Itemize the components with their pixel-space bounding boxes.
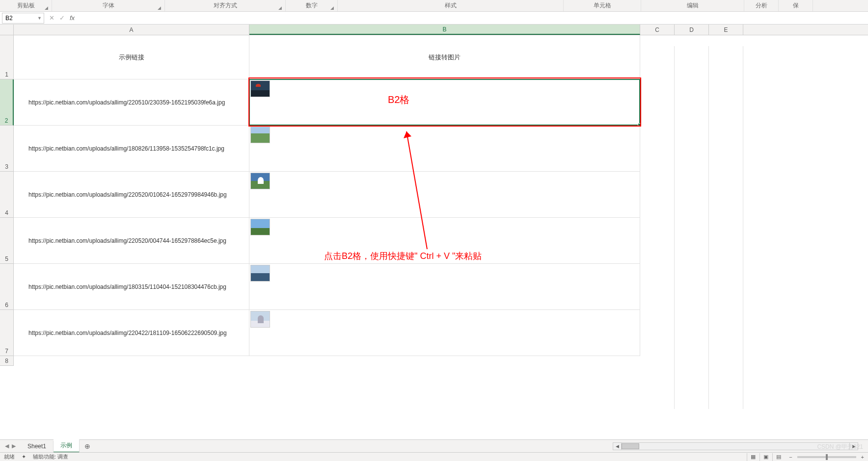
accessibility-icon[interactable]: ✦ <box>22 454 26 460</box>
view-normal-icon[interactable]: ▦ <box>747 453 759 461</box>
ribbon-group-cells[interactable]: 单元格 <box>564 0 641 11</box>
formula-input[interactable] <box>79 13 868 24</box>
row-header-4[interactable]: 4 <box>0 172 14 218</box>
name-box[interactable]: B2 ▼ <box>2 13 44 24</box>
cell-A5[interactable]: https://pic.netbian.com/uploads/allimg/2… <box>14 218 249 264</box>
scroll-left-icon[interactable]: ◀ <box>613 442 622 450</box>
tab-nav: ◀ ▶ <box>0 443 21 449</box>
status-accessibility: 辅助功能: 调查 <box>33 453 68 461</box>
ribbon-group-styles[interactable]: 样式 <box>338 0 564 11</box>
formula-bar: B2 ▼ ✕ ✓ fx <box>0 12 868 25</box>
sheet-tabs: ◀ ▶ Sheet1 示例 ⊕ ◀ ▶ <box>0 439 868 452</box>
cell-B7[interactable] <box>249 310 640 356</box>
cell-B4[interactable] <box>249 172 640 218</box>
image-thumbnail[interactable] <box>250 311 270 328</box>
col-header-B[interactable]: B <box>249 25 640 35</box>
ribbon-group-font[interactable]: 字体◢ <box>52 0 165 11</box>
ribbon-group-analysis[interactable]: 分析 <box>744 0 779 11</box>
image-thumbnail[interactable] <box>250 80 270 97</box>
tab-next-icon[interactable]: ▶ <box>12 443 16 449</box>
image-thumbnail[interactable] <box>250 219 270 235</box>
annotation-label: B2格 <box>388 93 409 106</box>
cancel-icon[interactable]: ✕ <box>49 14 54 22</box>
ribbon-group-labels: 剪贴板◢ 字体◢ 对齐方式◢ 数字◢ 样式 单元格 编辑 分析 保 <box>0 0 868 12</box>
add-sheet-button[interactable]: ⊕ <box>80 440 95 452</box>
column-headers: A B C D E <box>0 25 868 35</box>
cell-A3[interactable]: https://pic.netbian.com/uploads/allimg/1… <box>14 126 249 172</box>
annotation-instruction: 点击B2格，使用快捷键" Ctrl + V "来粘贴 <box>324 250 482 262</box>
image-thumbnail[interactable] <box>250 265 270 282</box>
chevron-down-icon[interactable]: ▼ <box>37 16 42 21</box>
dialog-launcher-icon[interactable]: ◢ <box>158 5 163 10</box>
ribbon-group-editing[interactable]: 编辑 <box>641 0 744 11</box>
scroll-thumb[interactable] <box>622 443 639 449</box>
col-header-A[interactable]: A <box>14 25 249 35</box>
row-header-2[interactable]: 2 <box>0 79 14 126</box>
tab-prev-icon[interactable]: ◀ <box>5 443 9 449</box>
ribbon-group-alignment[interactable]: 对齐方式◢ <box>165 0 286 11</box>
name-box-value: B2 <box>5 15 13 22</box>
zoom-slider[interactable] <box>797 456 856 458</box>
ribbon-group-save[interactable]: 保 <box>779 0 813 11</box>
cell-A1[interactable]: 示例链接 <box>14 35 249 79</box>
row-header-3[interactable]: 3 <box>0 126 14 172</box>
row-header-7[interactable]: 7 <box>0 310 14 356</box>
cell-B6[interactable] <box>249 264 640 310</box>
dialog-launcher-icon[interactable]: ◢ <box>278 5 283 10</box>
spreadsheet-grid[interactable]: A B C D E 1 2 3 4 5 6 7 8 示例链接 链接转图片 htt… <box>0 25 868 443</box>
cell-B3[interactable] <box>249 126 640 172</box>
row-header-1[interactable]: 1 <box>0 35 14 79</box>
fx-icon[interactable]: fx <box>70 14 75 22</box>
formula-bar-buttons: ✕ ✓ <box>49 14 65 22</box>
tab-sheet1[interactable]: Sheet1 <box>21 441 54 452</box>
col-header-D[interactable]: D <box>675 25 709 35</box>
watermark: CSDN @甲壳321 <box>817 443 863 451</box>
dialog-launcher-icon[interactable]: ◢ <box>330 5 335 10</box>
view-page-break-icon[interactable]: ▤ <box>772 453 784 461</box>
row-header-8[interactable]: 8 <box>0 356 14 366</box>
cell-B2[interactable] <box>249 79 640 126</box>
enter-icon[interactable]: ✓ <box>59 14 65 22</box>
view-page-layout-icon[interactable]: ▣ <box>760 453 771 461</box>
ribbon-group-number[interactable]: 数字◢ <box>286 0 338 11</box>
zoom-out-icon[interactable]: − <box>789 454 792 460</box>
status-ready: 就绪 <box>4 453 15 461</box>
far-columns <box>640 46 743 409</box>
col-header-C[interactable]: C <box>640 25 675 35</box>
tab-example[interactable]: 示例 <box>54 439 80 453</box>
row-header-5[interactable]: 5 <box>0 218 14 264</box>
row-header-6[interactable]: 6 <box>0 264 14 310</box>
col-header-E[interactable]: E <box>709 25 743 35</box>
status-bar: 就绪 ✦ 辅助功能: 调查 ▦ ▣ ▤ − + <box>0 452 868 461</box>
ribbon-group-clipboard[interactable]: 剪贴板◢ <box>0 0 52 11</box>
cell-A2[interactable]: https://pic.netbian.com/uploads/allimg/2… <box>14 79 249 126</box>
cell-A6[interactable]: https://pic.netbian.com/uploads/allimg/1… <box>14 264 249 310</box>
cell-B1[interactable]: 链接转图片 <box>249 35 640 79</box>
scroll-track[interactable] <box>622 442 849 450</box>
dialog-launcher-icon[interactable]: ◢ <box>45 5 50 10</box>
image-thumbnail[interactable] <box>250 127 270 143</box>
cell-A4[interactable]: https://pic.netbian.com/uploads/allimg/2… <box>14 172 249 218</box>
zoom-in-icon[interactable]: + <box>861 454 864 460</box>
cell-A7[interactable]: https://pic.netbian.com/uploads/allimg/2… <box>14 310 249 356</box>
image-thumbnail[interactable] <box>250 173 270 189</box>
select-all-corner[interactable] <box>0 25 14 35</box>
